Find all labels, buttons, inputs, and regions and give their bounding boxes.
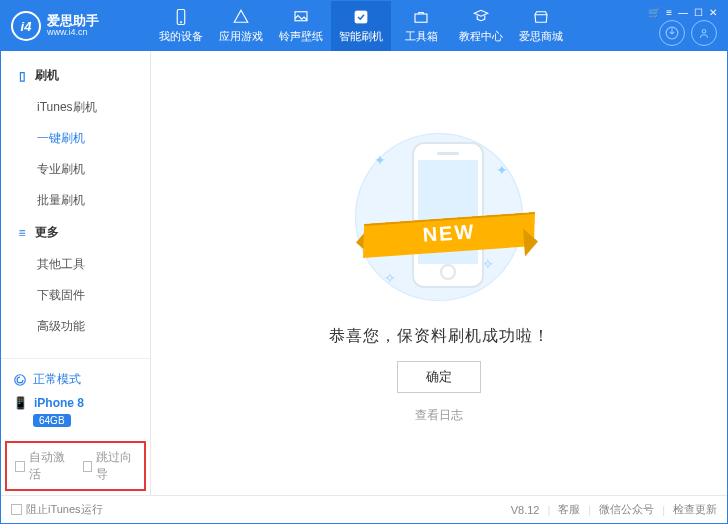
sidebar-group-flash: ▯刷机 — [1, 59, 150, 92]
checkbox-block-itunes[interactable]: 阻止iTunes运行 — [11, 502, 103, 517]
tab-store[interactable]: 爱思商城 — [511, 1, 571, 51]
tab-tutorial[interactable]: 教程中心 — [451, 1, 511, 51]
tab-flash[interactable]: 智能刷机 — [331, 1, 391, 51]
mode-row[interactable]: 正常模式 — [11, 367, 140, 392]
main-panel: ✦ ✦ ✧ ✧ NEW 恭喜您，保资料刷机成功啦！ 确定 查看日志 — [151, 51, 727, 495]
title-bar: i4 爱思助手 www.i4.cn 我的设备 应用游戏 铃声壁纸 智能刷机 工具… — [1, 1, 727, 51]
close-icon[interactable]: ✕ — [709, 7, 717, 18]
sidebar-item-pro-flash[interactable]: 专业刷机 — [1, 154, 150, 185]
maximize-icon[interactable]: ☐ — [694, 7, 703, 18]
svg-rect-4 — [415, 14, 427, 22]
checkbox-skip-wizard[interactable]: 跳过向导 — [83, 449, 137, 483]
app-name: 爱思助手 — [47, 14, 99, 28]
highlighted-options: 自动激活 跳过向导 — [5, 441, 146, 491]
more-icon: ≡ — [15, 226, 29, 240]
sidebar-item-batch-flash[interactable]: 批量刷机 — [1, 185, 150, 216]
store-icon — [532, 8, 550, 26]
version-label: V8.12 — [511, 504, 540, 516]
cart-icon[interactable]: 🛒 — [648, 7, 660, 18]
capacity-badge: 64GB — [33, 414, 71, 427]
sidebar-item-other-tools[interactable]: 其他工具 — [1, 249, 150, 280]
app-url: www.i4.cn — [47, 28, 99, 38]
body: ▯刷机 iTunes刷机 一键刷机 专业刷机 批量刷机 ≡更多 其他工具 下载固… — [1, 51, 727, 495]
logo-icon: i4 — [11, 11, 41, 41]
window-controls: 🛒 ≡ — ☐ ✕ — [638, 7, 727, 46]
tab-apps[interactable]: 应用游戏 — [211, 1, 271, 51]
svg-rect-3 — [355, 11, 367, 23]
minimize-icon[interactable]: — — [678, 7, 688, 18]
toolbox-icon — [412, 8, 430, 26]
menu-icon[interactable]: ≡ — [666, 7, 672, 18]
success-message: 恭喜您，保资料刷机成功啦！ — [329, 326, 550, 347]
tutorial-icon — [472, 8, 490, 26]
wallpaper-icon — [292, 8, 310, 26]
mode-icon — [13, 373, 27, 387]
phone-small-icon: ▯ — [15, 69, 29, 83]
apps-icon — [232, 8, 250, 26]
main-tabs: 我的设备 应用游戏 铃声壁纸 智能刷机 工具箱 教程中心 爱思商城 — [151, 1, 638, 51]
device-row[interactable]: 📱iPhone 8 64GB — [11, 392, 140, 431]
tab-wallpaper[interactable]: 铃声壁纸 — [271, 1, 331, 51]
sidebar-item-advanced[interactable]: 高级功能 — [1, 311, 150, 342]
app-window: i4 爱思助手 www.i4.cn 我的设备 应用游戏 铃声壁纸 智能刷机 工具… — [0, 0, 728, 524]
checkbox-auto-activate[interactable]: 自动激活 — [15, 449, 69, 483]
sidebar-item-itunes-flash[interactable]: iTunes刷机 — [1, 92, 150, 123]
tab-mydevice[interactable]: 我的设备 — [151, 1, 211, 51]
svg-point-7 — [15, 374, 26, 385]
sidebar-group-more: ≡更多 — [1, 216, 150, 249]
app-logo: i4 爱思助手 www.i4.cn — [1, 11, 151, 41]
svg-point-1 — [180, 22, 182, 24]
download-icon[interactable] — [659, 20, 685, 46]
device-phone-icon: 📱 — [13, 396, 28, 410]
sidebar-item-oneclick-flash[interactable]: 一键刷机 — [1, 123, 150, 154]
content: ✦ ✦ ✧ ✧ NEW 恭喜您，保资料刷机成功啦！ 确定 查看日志 — [151, 51, 727, 495]
success-illustration: ✦ ✦ ✧ ✧ NEW — [344, 122, 534, 312]
flash-icon — [352, 8, 370, 26]
tab-toolbox[interactable]: 工具箱 — [391, 1, 451, 51]
support-link[interactable]: 客服 — [558, 502, 580, 517]
view-log-link[interactable]: 查看日志 — [415, 407, 463, 424]
wechat-link[interactable]: 微信公众号 — [599, 502, 654, 517]
confirm-button[interactable]: 确定 — [397, 361, 481, 393]
sidebar-item-download-firmware[interactable]: 下载固件 — [1, 280, 150, 311]
sidebar: ▯刷机 iTunes刷机 一键刷机 专业刷机 批量刷机 ≡更多 其他工具 下载固… — [1, 51, 151, 495]
update-link[interactable]: 检查更新 — [673, 502, 717, 517]
svg-point-6 — [702, 29, 706, 33]
user-icon[interactable] — [691, 20, 717, 46]
status-bar: 阻止iTunes运行 V8.12| 客服| 微信公众号| 检查更新 — [1, 495, 727, 523]
new-ribbon: NEW — [364, 208, 534, 258]
phone-icon — [172, 8, 190, 26]
sidebar-footer: 正常模式 📱iPhone 8 64GB — [1, 358, 150, 437]
